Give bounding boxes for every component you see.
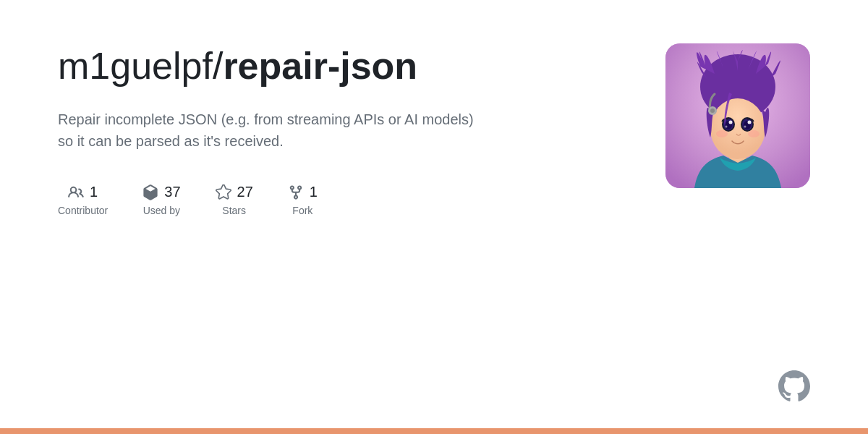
stars-label: Stars: [222, 205, 246, 216]
svg-point-3: [710, 98, 765, 159]
repo-description: Repair incomplete JSON (e.g. from stream…: [58, 109, 477, 152]
avatar-image: [665, 43, 810, 188]
contributors-label: Contributor: [58, 205, 108, 216]
forks-count: 1: [310, 184, 318, 200]
stat-stars[interactable]: 27 Stars: [216, 184, 253, 216]
stats-row: 1 Contributor 37 Used by: [58, 184, 564, 216]
bottom-bar: [0, 428, 868, 434]
svg-point-14: [716, 130, 728, 137]
page-container: m1guelpf/repair-json Repair incomplete J…: [0, 0, 868, 434]
repo-title: m1guelpf/repair-json: [58, 43, 564, 88]
fork-icon: [288, 184, 304, 200]
avatar: [665, 43, 810, 188]
people-icon: [68, 184, 84, 200]
svg-point-8: [726, 126, 728, 128]
stat-used-by[interactable]: 37 Used by: [142, 184, 180, 216]
repo-owner[interactable]: m1guelpf/: [58, 45, 223, 87]
stat-stars-top: 27: [216, 184, 253, 200]
main-content: m1guelpf/repair-json Repair incomplete J…: [58, 43, 810, 216]
svg-point-12: [748, 121, 752, 124]
stat-forks-top: 1: [288, 184, 318, 200]
package-icon: [142, 184, 158, 200]
stars-count: 27: [237, 184, 253, 200]
repo-name[interactable]: repair-json: [223, 45, 417, 87]
stat-used-by-top: 37: [142, 184, 180, 200]
svg-point-13: [744, 126, 746, 128]
used-by-count: 37: [164, 184, 180, 200]
left-section: m1guelpf/repair-json Repair incomplete J…: [58, 43, 564, 216]
star-icon: [216, 184, 231, 200]
forks-label: Fork: [292, 205, 312, 216]
github-icon: [778, 370, 810, 402]
github-logo[interactable]: [778, 370, 810, 405]
svg-point-17: [710, 109, 715, 113]
svg-point-7: [729, 121, 733, 124]
stat-contributors[interactable]: 1 Contributor: [58, 184, 108, 216]
stat-contributors-top: 1: [68, 184, 98, 200]
right-section: [665, 43, 810, 188]
svg-point-15: [748, 130, 760, 137]
stat-forks[interactable]: 1 Fork: [288, 184, 318, 216]
used-by-label: Used by: [143, 205, 180, 216]
contributors-count: 1: [90, 184, 98, 200]
